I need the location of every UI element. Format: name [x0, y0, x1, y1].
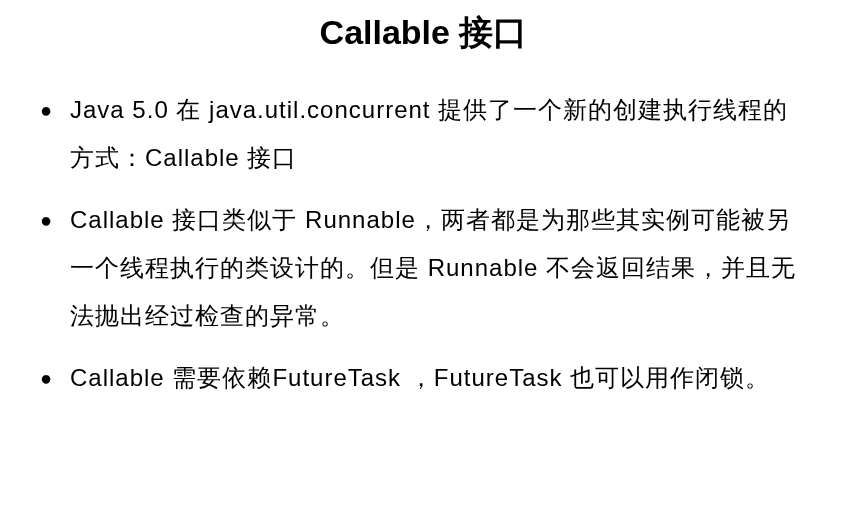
list-item: Callable 需要依赖FutureTask ，FutureTask 也可以用…: [40, 354, 807, 402]
list-item: Java 5.0 在 java.util.concurrent 提供了一个新的创…: [40, 86, 807, 182]
slide-title: Callable 接口: [40, 10, 807, 56]
bullet-list: Java 5.0 在 java.util.concurrent 提供了一个新的创…: [40, 86, 807, 402]
list-item: Callable 接口类似于 Runnable，两者都是为那些其实例可能被另一个…: [40, 196, 807, 340]
